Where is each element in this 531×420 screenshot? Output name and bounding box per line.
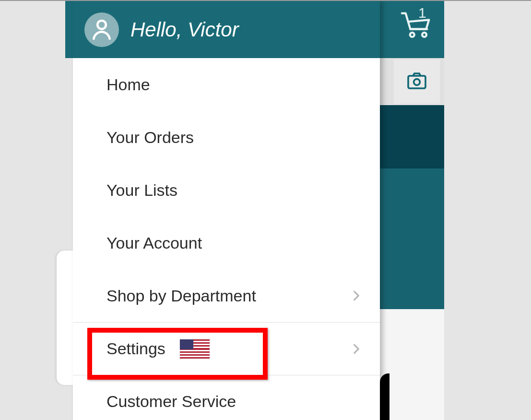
bg-strip-teal [380,168,444,309]
menu-item-shop-by-department[interactable]: Shop by Department [73,269,380,322]
menu-item-customer-service[interactable]: Customer Service [73,375,380,420]
svg-point-4 [97,20,106,28]
chevron-right-icon [350,289,363,302]
avatar [84,12,119,47]
cart-button[interactable]: 1 [400,8,434,41]
menu-item-label: Your Lists [106,181,177,200]
svg-point-2 [410,33,414,37]
greeting-text: Hello, Victor [130,18,239,41]
menu-item-label: Shop by Department [106,287,256,305]
menu-item-label: Your Account [106,234,202,252]
menu-item-home[interactable]: Home [73,58,380,111]
menu-item-label: Customer Service [106,392,236,411]
svg-point-1 [414,79,420,85]
svg-point-3 [422,33,426,37]
camera-search-button[interactable] [394,60,440,104]
camera-icon [405,69,428,94]
feedback-tab[interactable] [57,251,74,385]
bg-strip-dark [380,105,444,168]
bg-device-edge [380,373,389,420]
app-canvas: 1 Hello, Victor Home Your Orders Your Li… [0,0,531,420]
bg-strip-white [380,309,444,420]
menu-item-label: Your Orders [106,128,194,147]
menu-item-label: Settings [106,339,165,358]
menu-item-settings[interactable]: Settings [73,322,380,375]
svg-rect-0 [408,76,425,88]
menu-item-account[interactable]: Your Account [73,216,380,269]
us-flag-icon [180,339,210,359]
side-menu: Hello, Victor Home Your Orders Your List… [73,1,380,420]
person-icon [90,17,114,43]
menu-item-orders[interactable]: Your Orders [73,111,380,164]
menu-item-label: Home [106,75,150,94]
chevron-right-icon [350,343,363,355]
menu-item-lists[interactable]: Your Lists [73,164,380,216]
cart-count: 1 [418,5,426,21]
menu-header[interactable]: Hello, Victor [73,1,380,58]
